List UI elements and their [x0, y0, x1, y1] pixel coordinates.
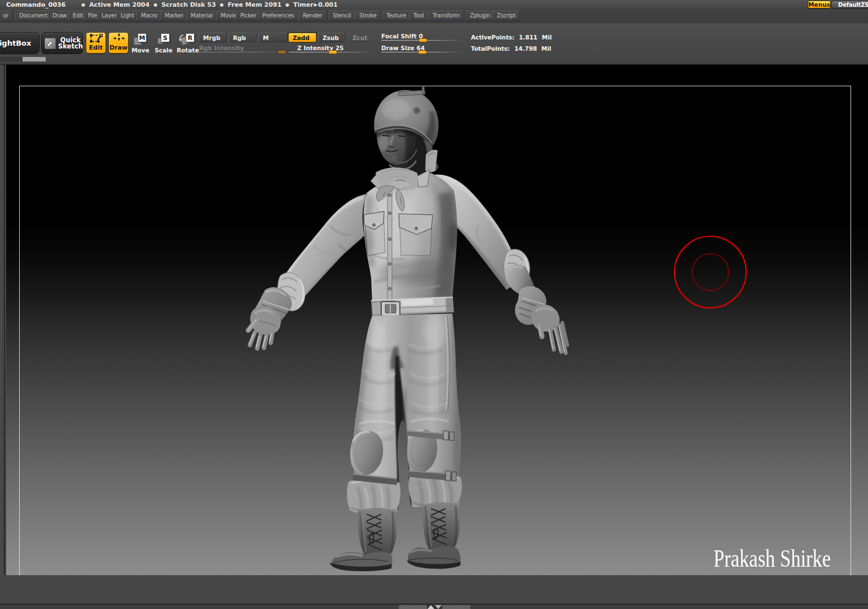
- free-mem-stat: Free Mem 2091: [228, 1, 281, 8]
- transform-gizmo-glyph: [86, 33, 107, 44]
- menu-material[interactable]: Material: [186, 10, 217, 21]
- move-button[interactable]: M Move: [130, 32, 151, 54]
- rgb-intensity-slider-handle[interactable]: [277, 50, 287, 54]
- rotate-icon: R: [177, 32, 199, 47]
- quick-sketch-pencil-icon: [45, 38, 56, 49]
- menu-stroke[interactable]: Stroke: [355, 10, 381, 21]
- scale-label: Scale: [155, 47, 173, 54]
- bottom-tray-handle[interactable]: [399, 605, 470, 609]
- tray-close-icon: [435, 605, 442, 609]
- active-points-label: ActivePoints:: [471, 34, 514, 41]
- sculpt-canvas[interactable]: Prakash Shirke: [6, 65, 868, 575]
- sculpt-3d-model[interactable]: [237, 79, 587, 575]
- menu-preferences[interactable]: Preferences: [258, 10, 299, 21]
- rotate-label: Rotate: [177, 47, 199, 54]
- move-label: Move: [131, 47, 149, 54]
- z-intensity-label-text: Z Intensity: [297, 45, 333, 51]
- bullet-icon: ●: [153, 2, 157, 7]
- z-intensity-slider-handle[interactable]: [328, 50, 337, 54]
- menu-zplugin[interactable]: Zplugin: [465, 10, 495, 21]
- figure-pants: [347, 314, 462, 514]
- lightbox-button[interactable]: LightBox: [0, 32, 39, 54]
- zadd-button[interactable]: Zadd: [288, 33, 316, 42]
- rotate-letter: R: [186, 33, 195, 42]
- draw-button[interactable]: Draw: [108, 32, 129, 54]
- menu-stencil[interactable]: Stencil: [328, 10, 355, 21]
- menu-picker[interactable]: Picker: [236, 10, 261, 21]
- timer-value: 0.001: [318, 1, 338, 8]
- draw-size-label-text: Draw Size: [381, 45, 415, 51]
- pencil-glyph: [45, 38, 55, 48]
- bullet-icon: ●: [81, 2, 85, 7]
- menu-or[interactable]: or: [0, 10, 13, 21]
- total-points-label: TotalPoints:: [471, 45, 510, 52]
- left-tray-divider[interactable]: [0, 65, 5, 575]
- menu-zscript[interactable]: Zscript: [492, 10, 520, 21]
- menu-light[interactable]: Light: [116, 10, 139, 21]
- menu-transform[interactable]: Transform: [428, 10, 464, 21]
- total-points-value: 14.798: [514, 45, 537, 52]
- focal-shift-slider-handle[interactable]: [418, 38, 428, 42]
- figure-left-arm: [248, 194, 368, 348]
- default-zscript-button[interactable]: DefaultZSc: [831, 1, 868, 8]
- scratch-disk-stat: Scratch Disk 53: [161, 1, 216, 8]
- rotate-arrow-glyph: [178, 34, 186, 43]
- m-button[interactable]: M: [258, 33, 288, 42]
- active-points-unit: Mil: [542, 34, 552, 41]
- timer-label: Timer: [293, 1, 314, 8]
- edit-button[interactable]: Edit: [86, 32, 106, 54]
- move-icon: M: [130, 32, 151, 47]
- rotate-button[interactable]: R Rotate: [177, 32, 199, 54]
- quick-sketch-label-line2: Sketch: [58, 42, 83, 50]
- zsub-button[interactable]: Zsub: [318, 33, 345, 42]
- draw-label: Draw: [109, 44, 127, 52]
- menu-bar: orDocumentDrawEditFileLayerLightMacroMar…: [0, 9, 868, 23]
- scale-letter: S: [161, 33, 170, 42]
- quick-sketch-button[interactable]: Quick Sketch: [41, 32, 83, 54]
- total-points-unit: Mil: [541, 45, 551, 52]
- menu-render[interactable]: Render: [298, 10, 327, 21]
- tray-open-icon: [428, 605, 434, 609]
- draw-size-slider-handle[interactable]: [418, 50, 427, 54]
- draw-crosshair-icon: [109, 33, 128, 44]
- rgb-button[interactable]: Rgb: [228, 33, 257, 42]
- timer-arrow-icon: ▶: [314, 2, 318, 7]
- figure-boots: [330, 502, 461, 571]
- scale-icon: S: [153, 32, 174, 47]
- focal-shift-label-text: Focal Shift: [381, 33, 417, 39]
- quick-sketch-label: Quick Sketch: [58, 37, 83, 50]
- move-letter: M: [138, 33, 147, 42]
- edit-transform-icon: [86, 33, 105, 44]
- menu-texture[interactable]: Texture: [382, 10, 411, 21]
- bottom-bar: [0, 575, 868, 609]
- focal-shift-label: Focal Shift 0: [381, 33, 423, 39]
- document-title: Commando_0036: [6, 1, 65, 8]
- artist-credit: Prakash Shirke: [713, 544, 831, 573]
- crosshair-glyph: [109, 33, 129, 44]
- menu-tool[interactable]: Tool: [409, 10, 429, 21]
- rgb-intensity-slider[interactable]: [199, 52, 288, 52]
- menus-button[interactable]: Menus: [808, 1, 831, 8]
- memory-stats: ●Active Mem 2004 ●Scratch Disk 53 ●Free …: [77, 1, 337, 8]
- menu-document[interactable]: Document: [15, 10, 52, 21]
- scale-button[interactable]: S Scale: [153, 32, 174, 54]
- figure-torso: [362, 172, 460, 303]
- shelf-scrollbar-thumb[interactable]: [23, 57, 46, 61]
- edit-label: Edit: [89, 44, 103, 52]
- zcut-button[interactable]: Zcut: [348, 33, 375, 42]
- brush-cursor: [671, 232, 750, 312]
- zbrush-window: Commando_0036 ●Active Mem 2004 ●Scratch …: [0, 0, 868, 609]
- top-shelf-toolbar: LightBox Quick Sketch: [0, 23, 868, 65]
- bullet-icon: ●: [220, 2, 224, 7]
- tray-toggle[interactable]: [427, 605, 442, 609]
- active-points-stat: ActivePoints:1.811Mil: [471, 34, 552, 41]
- menu-marker[interactable]: Marker: [160, 10, 188, 21]
- active-points-value: 1.811: [519, 34, 537, 41]
- mrgb-button[interactable]: Mrgb: [199, 33, 227, 42]
- total-points-stat: TotalPoints:14.798Mil: [471, 45, 551, 52]
- menu-macro[interactable]: Macro: [136, 10, 162, 21]
- shelf-scrollbar-track[interactable]: [0, 57, 23, 62]
- rgb-intensity-label: Rgb Intensity: [199, 45, 244, 51]
- title-bar: Commando_0036 ●Active Mem 2004 ●Scratch …: [0, 0, 868, 9]
- active-mem-stat: Active Mem 2004: [89, 1, 149, 8]
